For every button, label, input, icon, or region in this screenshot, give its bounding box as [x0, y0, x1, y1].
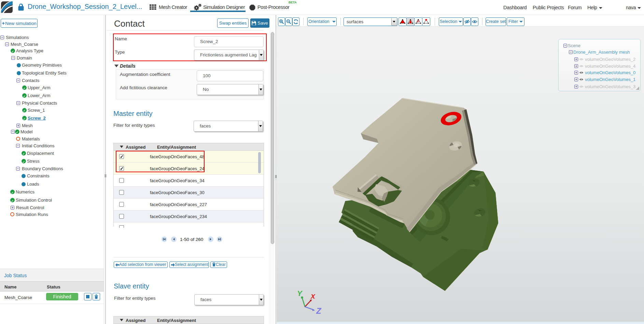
svg-text:Y: Y — [297, 289, 303, 298]
svg-text:Z: Z — [316, 306, 322, 315]
svg-text:X: X — [310, 293, 316, 300]
